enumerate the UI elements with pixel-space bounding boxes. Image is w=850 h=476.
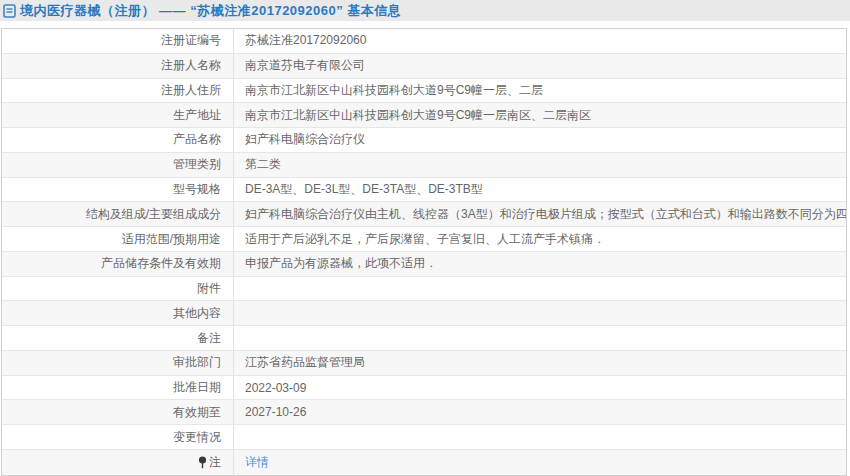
table-row: 产品名称 妇产科电脑综合治疗仪 <box>2 128 846 153</box>
field-value: 南京市江北新区中山科技园科创大道9号C9幢一层、二层 <box>234 79 846 103</box>
page-title: 境内医疗器械（注册） —— “苏械注准20172092060” 基本信息 <box>20 2 401 20</box>
field-value: 南京市江北新区中山科技园科创大道9号C9幢一层南区、二层南区 <box>234 103 846 127</box>
detail-link[interactable]: 详情 <box>245 454 269 471</box>
table-row: 结构及组成/主要组成成分 妇产科电脑综合治疗仪由主机、线控器（3A型）和治疗电极… <box>2 202 846 227</box>
table-row: 适用范围/预期用途 适用于产后泌乳不足，产后尿潴留、子宫复旧、人工流产手术镇痛． <box>2 227 846 252</box>
field-value <box>234 326 846 350</box>
field-label: 结构及组成/主要组成成分 <box>2 202 234 226</box>
field-label: 变更情况 <box>2 425 234 449</box>
field-label: 注册人住所 <box>2 79 234 103</box>
table-row: 型号规格 DE-3A型、DE-3L型、DE-3TA型、DE-3TB型 <box>2 178 846 203</box>
field-label: 备注 <box>2 326 234 350</box>
field-label: 批准日期 <box>2 376 234 400</box>
field-label: 注 <box>2 450 234 475</box>
field-label: 适用范围/预期用途 <box>2 227 234 251</box>
field-value: 江苏省药品监督管理局 <box>234 351 846 375</box>
field-value: 2022-03-09 <box>234 376 846 400</box>
table-row: 审批部门 江苏省药品监督管理局 <box>2 351 846 376</box>
field-label: 注册人名称 <box>2 54 234 78</box>
field-value: 第二类 <box>234 153 846 177</box>
table-row: 附件 <box>2 277 846 302</box>
field-value: 妇产科电脑综合治疗仪由主机、线控器（3A型）和治疗电极片组成；按型式（立式和台式… <box>234 202 846 226</box>
note-label: 注 <box>209 454 221 471</box>
header-bar: 境内医疗器械（注册） —— “苏械注准20172092060” 基本信息 <box>0 0 850 21</box>
table-row: 注册证编号 苏械注准20172092060 <box>2 29 846 54</box>
field-value: DE-3A型、DE-3L型、DE-3TA型、DE-3TB型 <box>234 178 846 202</box>
table-row-note: 注 详情 <box>2 450 846 475</box>
document-icon <box>3 4 16 18</box>
field-label: 产品储存条件及有效期 <box>2 252 234 276</box>
table-row: 生产地址 南京市江北新区中山科技园科创大道9号C9幢一层南区、二层南区 <box>2 103 846 128</box>
table-row: 批准日期 2022-03-09 <box>2 376 846 401</box>
pin-icon <box>198 456 207 469</box>
table-row: 备注 <box>2 326 846 351</box>
field-value: 申报产品为有源器械，此项不适用． <box>234 252 846 276</box>
field-value: 适用于产后泌乳不足，产后尿潴留、子宫复旧、人工流产手术镇痛． <box>234 227 846 251</box>
field-label: 有效期至 <box>2 400 234 424</box>
field-value: 2027-10-26 <box>234 400 846 424</box>
field-label: 产品名称 <box>2 128 234 152</box>
registration-info-table: 注册证编号 苏械注准20172092060 注册人名称 南京道芬电子有限公司 注… <box>1 28 847 476</box>
field-value <box>234 301 846 325</box>
table-row: 注册人住所 南京市江北新区中山科技园科创大道9号C9幢一层、二层 <box>2 79 846 104</box>
field-label: 管理类别 <box>2 153 234 177</box>
field-value: 南京道芬电子有限公司 <box>234 54 846 78</box>
table-row: 变更情况 <box>2 425 846 450</box>
field-label: 生产地址 <box>2 103 234 127</box>
field-label: 型号规格 <box>2 178 234 202</box>
field-label: 注册证编号 <box>2 29 234 53</box>
field-label: 附件 <box>2 277 234 301</box>
table-row: 管理类别 第二类 <box>2 153 846 178</box>
field-value: 苏械注准20172092060 <box>234 29 846 53</box>
table-row: 注册人名称 南京道芬电子有限公司 <box>2 54 846 79</box>
field-value <box>234 425 846 449</box>
table-row: 其他内容 <box>2 301 846 326</box>
field-value: 详情 <box>234 450 846 475</box>
table-row: 有效期至 2027-10-26 <box>2 400 846 425</box>
field-label: 其他内容 <box>2 301 234 325</box>
field-label: 审批部门 <box>2 351 234 375</box>
table-row: 产品储存条件及有效期 申报产品为有源器械，此项不适用． <box>2 252 846 277</box>
field-value: 妇产科电脑综合治疗仪 <box>234 128 846 152</box>
field-value <box>234 277 846 301</box>
